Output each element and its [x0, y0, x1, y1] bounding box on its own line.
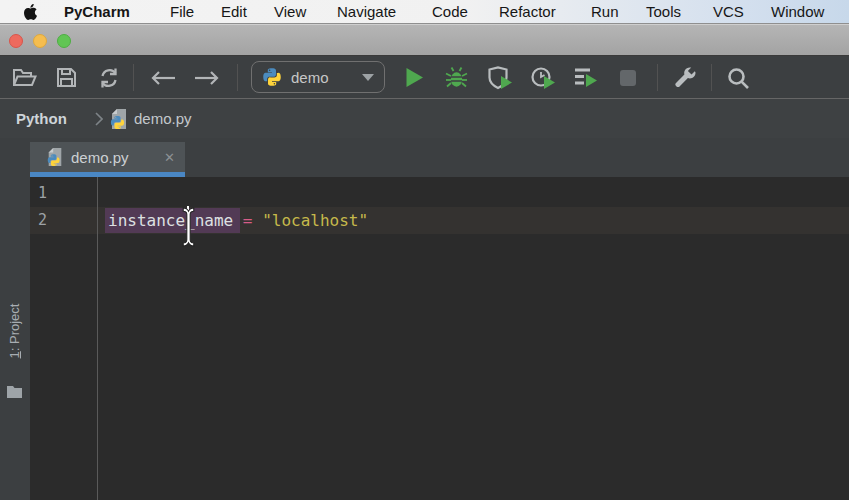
pycharm-window: PyCharm File Edit View Navigate Code Ref… — [0, 0, 849, 500]
run-concurrency-button[interactable] — [574, 67, 600, 89]
save-all-button[interactable] — [56, 67, 77, 88]
line-number: 2 — [38, 207, 68, 234]
stop-icon — [619, 69, 637, 87]
breadcrumb-file[interactable]: demo.py — [134, 99, 192, 138]
back-arrow-icon — [150, 70, 176, 86]
menu-window[interactable]: Window — [771, 0, 824, 24]
toolbar-separator — [711, 64, 712, 91]
token-string: "localhost" — [262, 211, 368, 230]
breadcrumb: Python demo.py — [0, 99, 849, 138]
search-icon — [727, 67, 750, 90]
tab-demo-py[interactable]: demo.py ✕ — [30, 142, 185, 172]
python-file-icon — [46, 147, 64, 167]
editor-tab-bar: demo.py ✕ — [0, 138, 849, 177]
project-tool-window-button[interactable]: 1: Project — [5, 286, 25, 376]
python-file-icon — [109, 108, 129, 130]
forward-arrow-icon — [194, 70, 220, 86]
wrench-icon — [673, 67, 697, 89]
menu-refactor[interactable]: Refactor — [499, 0, 556, 24]
run-configuration-select[interactable]: demo — [251, 61, 385, 93]
menu-vcs[interactable]: VCS — [713, 0, 744, 24]
breadcrumb-chevron-icon — [95, 112, 103, 126]
stop-button[interactable] — [619, 69, 637, 87]
close-window-button[interactable] — [9, 34, 23, 48]
run-with-coverage-button[interactable] — [488, 66, 514, 90]
token-operator: = — [233, 211, 262, 230]
save-icon — [56, 67, 77, 88]
line-number: 1 — [38, 180, 68, 207]
project-label: : Project — [7, 304, 22, 352]
zoom-window-button[interactable] — [57, 34, 71, 48]
python-logo-icon — [262, 67, 282, 87]
search-everywhere-button[interactable] — [727, 67, 750, 90]
window-title-bar[interactable] — [0, 24, 849, 56]
menu-file[interactable]: File — [170, 0, 194, 24]
tool-window-strip: 1: Project — [0, 138, 30, 500]
menu-run[interactable]: Run — [591, 0, 619, 24]
apple-menu[interactable] — [24, 4, 37, 20]
open-file-button[interactable] — [13, 68, 37, 87]
code-editor[interactable]: 1 2 instance_name = "localhost" — [30, 177, 849, 500]
gutter-separator — [97, 177, 98, 500]
folder-icon — [7, 385, 22, 398]
coverage-shield-icon — [488, 66, 514, 90]
menu-pycharm[interactable]: PyCharm — [64, 0, 130, 24]
menu-code[interactable]: Code — [432, 0, 468, 24]
toolbar-separator — [237, 64, 238, 91]
run-play-icon — [405, 67, 424, 88]
debug-bug-icon — [445, 66, 468, 89]
run-button[interactable] — [405, 67, 424, 88]
menu-navigate[interactable]: Navigate — [337, 0, 396, 24]
forward-button[interactable] — [194, 70, 220, 86]
sync-icon — [98, 67, 120, 89]
breadcrumb-project[interactable]: Python — [16, 99, 67, 138]
synchronize-button[interactable] — [98, 67, 120, 89]
minimize-window-button[interactable] — [33, 34, 47, 48]
concurrency-list-icon — [574, 67, 600, 89]
run-configuration-name: demo — [291, 69, 353, 86]
toolbar-separator — [133, 64, 134, 91]
profiler-clock-icon — [531, 66, 557, 90]
back-button[interactable] — [150, 70, 176, 86]
chevron-down-icon — [362, 74, 374, 81]
menu-view[interactable]: View — [274, 0, 306, 24]
debug-button[interactable] — [445, 66, 468, 89]
token-variable: instance_name — [108, 211, 233, 230]
apple-icon — [24, 4, 37, 20]
macos-menu-bar: PyCharm File Edit View Navigate Code Ref… — [0, 0, 849, 24]
settings-button[interactable] — [673, 67, 697, 89]
profiler-button[interactable] — [531, 66, 557, 90]
toolbar-separator — [657, 64, 658, 91]
main-toolbar: demo — [0, 56, 849, 99]
menu-tools[interactable]: Tools — [646, 0, 681, 24]
project-mnemonic: 1 — [7, 351, 22, 358]
open-folder-icon — [13, 68, 37, 87]
code-line: instance_name = "localhost" — [108, 207, 368, 234]
close-tab-icon[interactable]: ✕ — [164, 151, 175, 164]
ibeam-cursor-icon — [180, 207, 197, 247]
tab-label: demo.py — [71, 149, 157, 166]
menu-edit[interactable]: Edit — [221, 0, 247, 24]
